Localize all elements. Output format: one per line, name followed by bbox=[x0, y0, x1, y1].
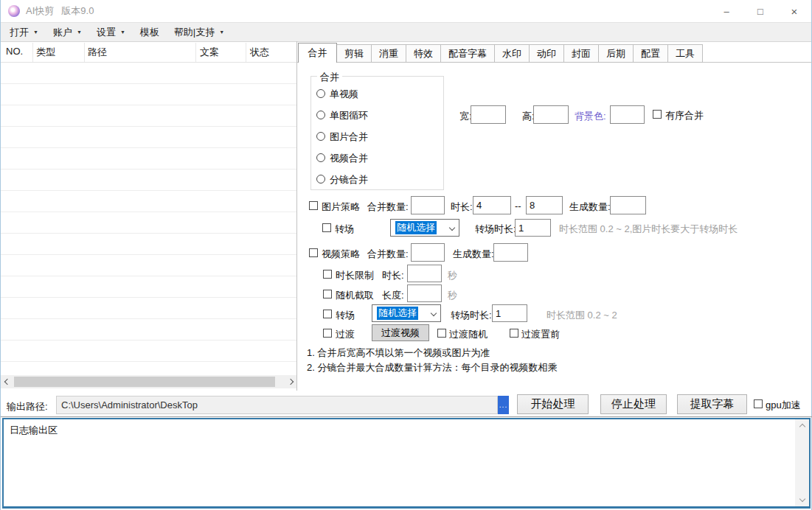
note-line-1: 1. 合并后宽高不填以第一个视频或图片为准 bbox=[307, 346, 490, 360]
video-transition-duration-input[interactable] bbox=[492, 304, 527, 322]
fade-front-checkbox[interactable] bbox=[510, 329, 518, 338]
fade-random-label: 过渡随机 bbox=[449, 328, 487, 341]
radio-image-merge[interactable] bbox=[316, 132, 325, 141]
column-header-path[interactable]: 路径 bbox=[88, 46, 107, 59]
duration-limit-field-label: 时长: bbox=[382, 269, 404, 282]
log-area-title: 日志输出区 bbox=[10, 424, 58, 437]
image-duration-max-input[interactable] bbox=[526, 196, 563, 214]
minimize-button[interactable]: – bbox=[709, 0, 743, 22]
scrollbar-thumb[interactable] bbox=[14, 377, 275, 387]
bg-color-input[interactable] bbox=[610, 105, 645, 124]
column-header-copy[interactable]: 文案 bbox=[200, 46, 219, 59]
video-strategy-checkbox[interactable] bbox=[309, 248, 318, 257]
log-output-area: 日志输出区 bbox=[2, 418, 811, 509]
video-strategy-label: 视频策略 bbox=[322, 248, 360, 261]
random-cut-label: 随机截取 bbox=[336, 289, 374, 302]
radio-single-video[interactable] bbox=[316, 89, 325, 98]
tab-dub-subtitle[interactable]: 配音字幕 bbox=[440, 44, 495, 63]
video-generate-count-input[interactable] bbox=[493, 243, 528, 262]
tab-merge-label: 合并 bbox=[308, 46, 327, 60]
start-processing-button[interactable]: 开始处理 bbox=[517, 394, 589, 414]
maximize-button[interactable]: □ bbox=[743, 0, 777, 22]
log-vertical-scrollbar[interactable] bbox=[795, 419, 809, 506]
fade-checkbox[interactable] bbox=[323, 329, 332, 338]
tab-merge[interactable]: 合并 bbox=[298, 43, 337, 63]
random-cut-length-input[interactable] bbox=[407, 284, 442, 302]
menu-account[interactable]: 账户 ▼ bbox=[53, 26, 82, 39]
video-transition-select[interactable]: 随机选择 bbox=[372, 304, 441, 322]
radio-storyboard-merge-label: 分镜合并 bbox=[330, 173, 368, 186]
browse-button[interactable]: ... bbox=[498, 396, 509, 414]
image-merge-count-input[interactable] bbox=[411, 196, 445, 214]
output-path-label: 输出路径: bbox=[7, 400, 48, 413]
ordered-merge-checkbox[interactable] bbox=[653, 110, 662, 119]
video-merge-count-input[interactable] bbox=[411, 243, 445, 262]
random-cut-checkbox[interactable] bbox=[323, 290, 332, 298]
menu-settings[interactable]: 设置 ▼ bbox=[97, 26, 125, 39]
tab-watermark[interactable]: 水印 bbox=[494, 44, 530, 63]
gpu-acceleration-checkbox[interactable] bbox=[754, 399, 763, 408]
chevron-up-icon bbox=[799, 424, 805, 430]
chevron-right-icon bbox=[287, 379, 293, 385]
fade-random-checkbox[interactable] bbox=[437, 329, 446, 338]
chevron-down-icon bbox=[799, 496, 805, 502]
tab-label: 动印 bbox=[537, 47, 556, 60]
height-input[interactable] bbox=[533, 105, 569, 124]
radio-video-merge[interactable] bbox=[316, 153, 325, 162]
width-input[interactable] bbox=[471, 105, 506, 124]
scroll-down-button[interactable] bbox=[795, 493, 809, 505]
tab-edit[interactable]: 剪辑 bbox=[336, 44, 372, 63]
image-transition-label: 转场 bbox=[335, 223, 354, 236]
video-transition-checkbox[interactable] bbox=[323, 310, 332, 318]
menubar: 打开 ▼ 账户 ▼ 设置 ▼ 模板 帮助|支持 ▼ bbox=[1, 22, 811, 42]
fade-front-label: 过渡置前 bbox=[521, 328, 560, 341]
tab-dedupe[interactable]: 消重 bbox=[371, 44, 406, 63]
tab-post[interactable]: 后期 bbox=[598, 44, 634, 63]
tab-config[interactable]: 配置 bbox=[633, 44, 668, 63]
chevron-left-icon bbox=[4, 379, 10, 385]
image-transition-duration-input[interactable] bbox=[515, 219, 551, 237]
groupbox-title: 合并 bbox=[317, 71, 342, 84]
stop-processing-button[interactable]: 停止处理 bbox=[600, 394, 667, 414]
scroll-left-button[interactable] bbox=[1, 375, 13, 388]
video-transition-selected-value: 随机选择 bbox=[377, 307, 418, 320]
close-button[interactable]: × bbox=[777, 0, 811, 22]
radio-image-merge-label: 图片合并 bbox=[330, 130, 368, 144]
column-header-no[interactable]: NO. bbox=[6, 46, 23, 57]
menu-settings-label: 设置 bbox=[97, 26, 116, 39]
duration-limit-input[interactable] bbox=[407, 265, 442, 282]
app-window: AI快剪 版本9.0 – □ × 打开 ▼ 账户 ▼ 设置 ▼ 模板 帮助|支持… bbox=[0, 0, 812, 510]
image-strategy-checkbox[interactable] bbox=[309, 201, 318, 210]
titlebar: AI快剪 版本9.0 bbox=[1, 0, 811, 22]
image-strategy-label: 图片策略 bbox=[322, 200, 360, 214]
image-transition-checkbox[interactable] bbox=[322, 223, 331, 232]
menu-account-label: 账户 bbox=[53, 26, 72, 39]
menu-help-support[interactable]: 帮助|支持 ▼ bbox=[174, 26, 224, 39]
column-header-type[interactable]: 类型 bbox=[36, 46, 55, 59]
duration-limit-checkbox[interactable] bbox=[323, 270, 332, 279]
extract-subtitles-button[interactable]: 提取字幕 bbox=[677, 394, 747, 414]
tab-effects[interactable]: 特效 bbox=[406, 44, 441, 63]
menu-template[interactable]: 模板 bbox=[140, 26, 159, 39]
column-header-status[interactable]: 状态 bbox=[250, 46, 269, 59]
image-duration-min-input[interactable] bbox=[473, 196, 511, 214]
chevron-down-icon bbox=[449, 225, 455, 231]
scroll-right-button[interactable] bbox=[284, 375, 296, 388]
fade-label: 过渡 bbox=[336, 328, 355, 341]
chevron-down-icon bbox=[431, 310, 437, 316]
image-generate-count-input[interactable] bbox=[610, 196, 646, 214]
image-transition-select[interactable]: 随机选择 bbox=[390, 219, 459, 237]
ordered-merge-label: 有序合并 bbox=[665, 109, 704, 122]
fade-video-button[interactable]: 过渡视频 bbox=[372, 324, 429, 341]
tab-cover[interactable]: 封面 bbox=[563, 44, 599, 63]
scroll-up-button[interactable] bbox=[795, 421, 809, 433]
output-path-input[interactable] bbox=[56, 396, 498, 414]
menu-open-label: 打开 bbox=[10, 26, 29, 39]
tab-tools[interactable]: 工具 bbox=[667, 44, 703, 63]
video-transition-hint: 时长范围 0.2 ~ 2 bbox=[546, 309, 617, 322]
radio-single-image-loop[interactable] bbox=[316, 111, 325, 119]
radio-storyboard-merge[interactable] bbox=[316, 175, 325, 184]
chevron-down-icon: ▼ bbox=[33, 29, 38, 35]
tab-motion-stamp[interactable]: 动印 bbox=[529, 44, 564, 63]
menu-open[interactable]: 打开 ▼ bbox=[10, 26, 38, 39]
